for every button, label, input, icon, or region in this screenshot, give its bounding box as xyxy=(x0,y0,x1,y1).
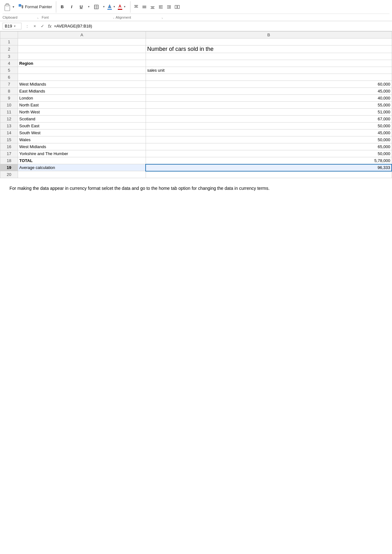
indent-increase-button[interactable] xyxy=(165,3,173,11)
formula-bar: B19 ▼ : × ✓ fx xyxy=(0,21,392,31)
border-button[interactable] xyxy=(92,3,100,11)
row-header[interactable]: 15 xyxy=(0,136,18,143)
row-header[interactable]: 5 xyxy=(0,67,18,74)
cell-b-12[interactable]: 67,000 xyxy=(146,116,392,123)
svg-rect-3 xyxy=(19,4,21,7)
row-header[interactable]: 12 xyxy=(0,116,18,123)
table-row: 7West Midlands60,000 xyxy=(0,81,392,88)
cell-b-19[interactable]: 96,333 xyxy=(146,164,392,171)
alignment-expand-icon[interactable]: ⌞ xyxy=(162,16,163,19)
align-top-button[interactable] xyxy=(132,3,140,11)
cell-b-9[interactable]: 40,000 xyxy=(146,95,392,102)
col-b-header[interactable]: B xyxy=(146,32,392,39)
row-header[interactable]: 19 xyxy=(0,164,18,171)
cell-b-3[interactable] xyxy=(146,53,392,60)
cell-a-20[interactable] xyxy=(18,171,146,178)
cell-a-10[interactable]: North East xyxy=(18,102,146,109)
row-header[interactable]: 14 xyxy=(0,129,18,136)
formula-cancel-btn[interactable]: × xyxy=(32,23,38,29)
row-header[interactable]: 6 xyxy=(0,74,18,81)
row-header[interactable]: 7 xyxy=(0,81,18,88)
cell-a-19[interactable]: Average calculation xyxy=(18,164,146,171)
cell-b-6[interactable] xyxy=(146,74,392,81)
cell-b-8[interactable]: 45,000 xyxy=(146,88,392,95)
row-header[interactable]: 10 xyxy=(0,102,18,109)
ribbon-labels: Clipboard ⌞ Font ⌞ Alignment ⌞ xyxy=(3,14,389,21)
row-header[interactable]: 1 xyxy=(0,39,18,45)
cell-a-17[interactable]: Yorkshire and The Humber xyxy=(18,150,146,157)
fill-color-button[interactable] xyxy=(107,4,112,10)
paste-button[interactable] xyxy=(3,2,13,12)
cell-b-2[interactable]: Number of cars sold in the xyxy=(146,45,392,53)
cell-a-6[interactable] xyxy=(18,74,146,81)
column-header-row: A B xyxy=(0,32,392,39)
cell-b-17[interactable]: 50,000 xyxy=(146,150,392,157)
formula-fx-label[interactable]: fx xyxy=(48,24,51,29)
row-header[interactable]: 18 xyxy=(0,157,18,164)
cell-a-7[interactable]: West Midlands xyxy=(18,81,146,88)
formula-confirm-btn[interactable]: ✓ xyxy=(39,23,45,29)
cell-a-8[interactable]: East Midlands xyxy=(18,88,146,95)
align-middle-button[interactable] xyxy=(141,3,148,11)
cell-reference-box[interactable]: B19 ▼ xyxy=(3,23,21,29)
row-header[interactable]: 9 xyxy=(0,95,18,102)
underline-button[interactable]: U xyxy=(77,3,85,11)
cell-a-16[interactable]: West Midlands xyxy=(18,143,146,150)
row-header[interactable]: 4 xyxy=(0,60,18,67)
cell-b-1[interactable] xyxy=(146,39,392,45)
font-expand-icon[interactable]: ⌞ xyxy=(113,16,114,19)
fill-color-bar xyxy=(107,9,112,10)
cell-b-16[interactable]: 65,000 xyxy=(146,143,392,150)
formula-colon-btn[interactable]: : xyxy=(24,23,30,29)
row-header[interactable]: 13 xyxy=(0,123,18,129)
cell-b-5[interactable]: sales unit xyxy=(146,67,392,74)
row-header[interactable]: 8 xyxy=(0,88,18,95)
indent-decrease-button[interactable] xyxy=(157,3,165,11)
cell-ref-dropdown-arrow[interactable]: ▼ xyxy=(13,25,16,28)
align-bottom-button[interactable] xyxy=(149,3,156,11)
cell-a-13[interactable]: South East xyxy=(18,123,146,129)
row-header[interactable]: 20 xyxy=(0,171,18,178)
border-dropdown[interactable]: ▼ xyxy=(102,5,106,9)
table-row: 16West Midlands65,000 xyxy=(0,143,392,150)
row-header[interactable]: 11 xyxy=(0,109,18,116)
italic-button[interactable]: I xyxy=(68,3,76,11)
format-painter-button[interactable]: Format Painter xyxy=(16,3,54,11)
cell-a-3[interactable] xyxy=(18,53,146,60)
merge-button[interactable] xyxy=(173,3,181,11)
paste-dropdown-arrow[interactable]: ▼ xyxy=(12,5,15,9)
font-separator xyxy=(130,1,130,13)
cell-b-18[interactable]: 5,78,000 xyxy=(146,157,392,164)
cell-a-1[interactable] xyxy=(18,39,146,45)
row-header[interactable]: 2 xyxy=(0,45,18,53)
underline-dropdown[interactable]: ▼ xyxy=(87,5,91,9)
cell-a-9[interactable]: London xyxy=(18,95,146,102)
ribbon: ▼ Format Painter B I U ▼ xyxy=(0,0,392,21)
cell-b-13[interactable]: 50,000 xyxy=(146,123,392,129)
cell-a-12[interactable]: Scotland xyxy=(18,116,146,123)
cell-b-14[interactable]: 45,000 xyxy=(146,129,392,136)
clipboard-expand-icon[interactable]: ⌞ xyxy=(37,16,39,19)
cell-a-18[interactable]: TOTAL xyxy=(18,157,146,164)
font-color-button[interactable]: A xyxy=(118,4,122,10)
cell-a-2[interactable] xyxy=(18,45,146,53)
cell-a-15[interactable]: Wales xyxy=(18,136,146,143)
cell-a-14[interactable]: South West xyxy=(18,129,146,136)
cell-b-4[interactable] xyxy=(146,60,392,67)
font-color-dropdown[interactable]: ▼ xyxy=(123,5,127,9)
cell-b-20[interactable] xyxy=(146,171,392,178)
cell-a-5[interactable] xyxy=(18,67,146,74)
row-header[interactable]: 3 xyxy=(0,53,18,60)
fill-color-dropdown[interactable]: ▼ xyxy=(112,5,117,9)
cell-a-11[interactable]: North West xyxy=(18,109,146,116)
cell-b-10[interactable]: 55,000 xyxy=(146,102,392,109)
cell-b-7[interactable]: 60,000 xyxy=(146,81,392,88)
cell-b-15[interactable]: 50,000 xyxy=(146,136,392,143)
formula-input[interactable] xyxy=(54,24,389,28)
row-header[interactable]: 16 xyxy=(0,143,18,150)
bold-button[interactable]: B xyxy=(58,3,66,11)
col-a-header[interactable]: A xyxy=(18,32,146,39)
row-header[interactable]: 17 xyxy=(0,150,18,157)
cell-b-11[interactable]: 51,000 xyxy=(146,109,392,116)
cell-a-4[interactable]: Region xyxy=(18,60,146,67)
